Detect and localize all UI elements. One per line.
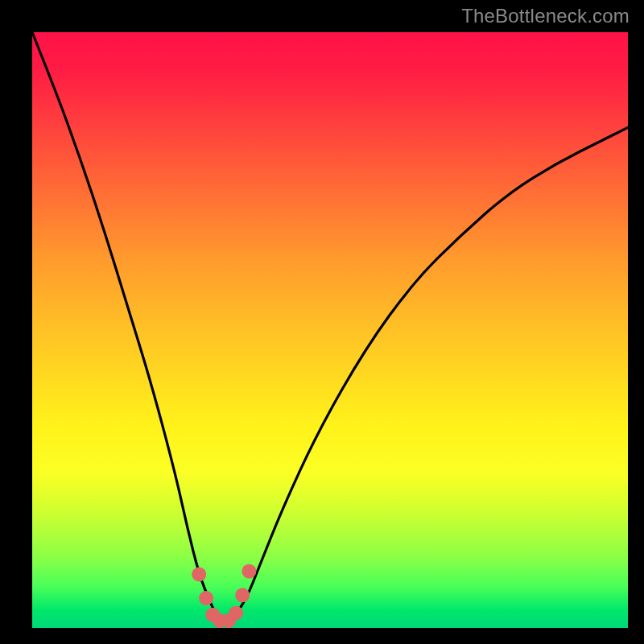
chart-frame: TheBottleneck.com xyxy=(0,0,644,644)
valley-marker xyxy=(235,588,250,602)
curve-layer xyxy=(32,32,628,628)
valley-marker xyxy=(229,606,243,621)
watermark-text: TheBottleneck.com xyxy=(461,5,630,27)
valley-marker xyxy=(192,567,206,581)
valley-marker xyxy=(199,591,213,605)
valley-markers xyxy=(192,564,256,628)
bottleneck-curve xyxy=(32,32,628,622)
plot-area xyxy=(32,32,628,628)
valley-marker xyxy=(242,564,256,579)
